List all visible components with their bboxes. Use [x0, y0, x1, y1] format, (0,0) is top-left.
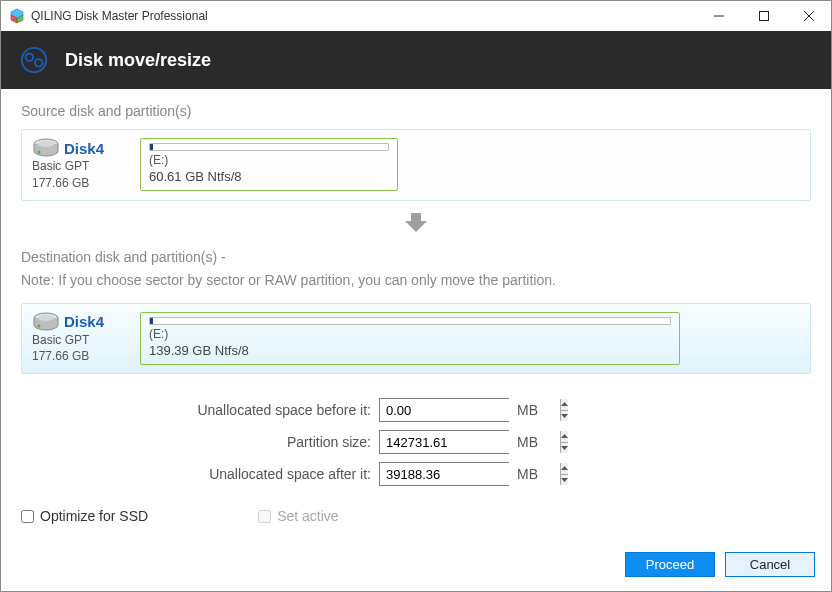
svg-rect-1 [759, 12, 768, 21]
chevron-down-icon [561, 414, 568, 418]
disk-name: Disk4 [64, 313, 104, 330]
chevron-up-icon [561, 402, 568, 406]
unit-label: MB [517, 402, 538, 418]
spin-down-button[interactable] [561, 410, 568, 422]
chevron-down-icon [561, 478, 568, 482]
svg-point-4 [22, 48, 46, 72]
size-spinner[interactable] [379, 430, 509, 454]
options: Optimize for SSD Set active [21, 508, 811, 524]
disk-type: Basic GPT [32, 332, 130, 349]
field-label: Unallocated space after it: [21, 466, 371, 482]
unit-label: MB [517, 434, 538, 450]
svg-point-9 [38, 151, 41, 154]
spin-up-button[interactable] [561, 431, 568, 442]
chevron-up-icon [561, 434, 568, 438]
field-before: Unallocated space before it: MB [21, 398, 811, 422]
dest-partition[interactable]: (E:) 139.39 GB Ntfs/8 [140, 312, 680, 365]
svg-point-12 [38, 324, 41, 327]
optimize-ssd-checkbox[interactable]: Optimize for SSD [21, 508, 148, 524]
chevron-up-icon [561, 466, 568, 470]
disk-type: Basic GPT [32, 158, 130, 175]
active-check-input [258, 510, 271, 523]
maximize-button[interactable] [741, 1, 786, 31]
partition-info: 139.39 GB Ntfs/8 [149, 343, 671, 358]
proceed-button[interactable]: Proceed [625, 552, 715, 577]
app-title: QILING Disk Master Professional [31, 9, 208, 23]
partition-info: 60.61 GB Ntfs/8 [149, 169, 389, 184]
disk-meta: Disk4 Basic GPT 177.66 GB [32, 138, 130, 192]
clone-icon [19, 45, 49, 75]
dest-note: Note: If you choose sector by sector or … [21, 270, 811, 291]
partition-drive: (E:) [149, 153, 389, 167]
svg-point-6 [35, 59, 43, 67]
ssd-check-input[interactable] [21, 510, 34, 523]
cancel-button[interactable]: Cancel [725, 552, 815, 577]
spin-up-button[interactable] [561, 463, 568, 474]
disk-icon [32, 138, 60, 158]
active-label: Set active [277, 508, 338, 524]
arrow-down-icon [403, 211, 429, 233]
source-disk-card[interactable]: Disk4 Basic GPT 177.66 GB (E:) 60.61 GB … [21, 129, 811, 201]
svg-point-11 [38, 315, 54, 321]
field-after: Unallocated space after it: MB [21, 462, 811, 486]
maximize-icon [759, 11, 769, 21]
after-spinner[interactable] [379, 462, 509, 486]
usage-bar [149, 317, 671, 325]
close-icon [804, 11, 814, 21]
usage-bar [149, 143, 389, 151]
minimize-icon [714, 11, 724, 21]
field-label: Partition size: [21, 434, 371, 450]
source-section-label: Source disk and partition(s) [21, 103, 811, 119]
ssd-label: Optimize for SSD [40, 508, 148, 524]
source-partition[interactable]: (E:) 60.61 GB Ntfs/8 [140, 138, 398, 191]
disk-name: Disk4 [64, 140, 104, 157]
spin-down-button[interactable] [561, 442, 568, 454]
set-active-checkbox: Set active [258, 508, 338, 524]
footer: Proceed Cancel [1, 542, 831, 591]
page-title: Disk move/resize [65, 50, 211, 71]
before-spinner[interactable] [379, 398, 509, 422]
spin-down-button[interactable] [561, 474, 568, 486]
close-button[interactable] [786, 1, 831, 31]
svg-point-8 [38, 141, 54, 147]
unit-label: MB [517, 466, 538, 482]
disk-size: 177.66 GB [32, 348, 130, 365]
field-size: Partition size: MB [21, 430, 811, 454]
page-header: Disk move/resize [1, 31, 831, 89]
chevron-down-icon [561, 446, 568, 450]
disk-size: 177.66 GB [32, 175, 130, 192]
svg-point-5 [26, 53, 34, 61]
titlebar: QILING Disk Master Professional [1, 1, 831, 31]
app-window: QILING Disk Master Professional Disk mov… [0, 0, 832, 592]
content: Source disk and partition(s) Disk4 Basic… [1, 89, 831, 542]
partition-drive: (E:) [149, 327, 671, 341]
app-icon [9, 8, 25, 24]
disk-meta: Disk4 Basic GPT 177.66 GB [32, 312, 130, 366]
size-fields: Unallocated space before it: MB Partitio… [21, 398, 811, 486]
disk-icon [32, 312, 60, 332]
dest-disk-card[interactable]: Disk4 Basic GPT 177.66 GB (E:) 139.39 GB… [21, 303, 811, 375]
minimize-button[interactable] [696, 1, 741, 31]
dest-section-label: Destination disk and partition(s) - [21, 247, 811, 268]
field-label: Unallocated space before it: [21, 402, 371, 418]
arrow-wrap [21, 201, 811, 247]
spin-up-button[interactable] [561, 399, 568, 410]
